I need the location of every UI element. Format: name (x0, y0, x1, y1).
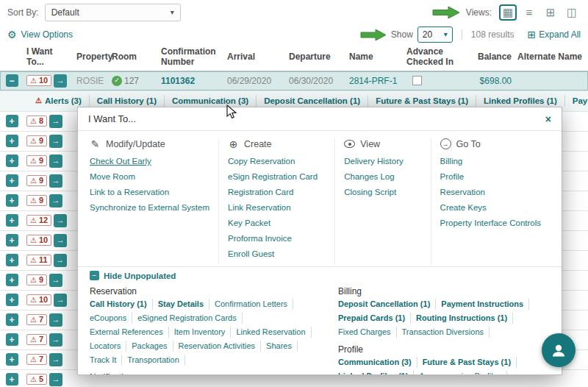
expand-row-button[interactable]: + (6, 294, 18, 306)
sort-by-select[interactable]: Default ▾ (45, 4, 181, 21)
guest-name-link[interactable]: 2814-PRF-1 (349, 76, 397, 86)
detail-link[interactable]: ⚠ Linked Reservation (236, 327, 311, 338)
balance-link[interactable]: $698.00 (480, 76, 512, 86)
detail-tab[interactable]: ⚠ Alerts (3) (28, 95, 90, 107)
expand-row-button[interactable]: + (6, 333, 18, 346)
table-row-expanded[interactable]: − ⚠ 10 → ROSIE ✓ 127 1101362 06/29/2020 … (0, 71, 588, 91)
alerts-badge[interactable]: ⚠ 7 (26, 314, 47, 325)
action-link[interactable]: Changes Log (344, 172, 421, 181)
expand-row-button[interactable]: + (6, 135, 18, 147)
expand-row-button[interactable]: + (6, 254, 18, 266)
detail-link[interactable]: ⚠ Routing Instructions (1) (416, 313, 513, 324)
detail-link[interactable]: ⚠ Prepaid Cards (1) (338, 313, 411, 324)
action-link[interactable]: Proforma Invoice (228, 234, 326, 243)
alerts-badge[interactable]: ⚠ 10 (26, 75, 51, 86)
detail-tab[interactable]: ⚠ Deposit Cancellation (1) (257, 95, 368, 107)
view-options-link[interactable]: View Options (21, 29, 73, 40)
i-want-to-button[interactable]: → (54, 74, 67, 88)
i-want-to-button[interactable]: → (54, 254, 67, 267)
action-link[interactable]: Move Room (90, 172, 209, 181)
alerts-badge[interactable]: ⚠ 7 (26, 354, 47, 365)
action-link[interactable]: Registration Card (228, 188, 326, 196)
detail-link[interactable]: ⚠ eSigned Registration Cards (137, 313, 243, 324)
alerts-badge[interactable]: ⚠ 5 (26, 374, 47, 385)
detail-link[interactable]: ⚠ Transaction Diversions (402, 327, 490, 338)
detail-link[interactable]: ⚠ Communication (3) (338, 357, 417, 368)
view-grid-button[interactable]: ▦ (499, 4, 517, 21)
detail-tab[interactable]: ⚠ Call History (1) (90, 95, 165, 107)
detail-link[interactable]: ⚠ Confirmation Letters (215, 299, 293, 310)
expand-row-button[interactable]: + (6, 194, 18, 207)
detail-link[interactable]: ⚠ eCoupons (90, 313, 132, 324)
detail-link[interactable]: ⚠ Fixed Charges (338, 327, 397, 338)
support-fab-button[interactable] (542, 333, 576, 367)
expand-row-button[interactable]: + (6, 214, 18, 227)
action-link[interactable]: Property Interface Controls (440, 219, 541, 227)
view-list-button[interactable]: ≡ (520, 4, 538, 21)
alerts-badge[interactable]: ⚠ 9 (26, 155, 47, 166)
expand-row-button[interactable]: + (6, 234, 18, 246)
i-want-to-button[interactable]: → (49, 135, 62, 148)
expand-row-button[interactable]: + (6, 353, 18, 366)
action-link[interactable]: Link Reservation (228, 203, 326, 212)
action-link[interactable]: Synchronize to External System (90, 203, 209, 212)
close-button[interactable]: × (545, 114, 551, 124)
detail-link[interactable]: ⚠ Shares (266, 341, 298, 352)
i-want-to-button[interactable]: → (49, 333, 62, 347)
action-link[interactable]: Billing (440, 157, 541, 166)
i-want-to-button[interactable]: → (49, 313, 62, 327)
detail-link[interactable]: ⚠ Future & Past Stays (1) (423, 357, 517, 368)
detail-tab[interactable]: ⚠ Future & Past Stays (1) (368, 95, 476, 107)
i-want-to-button[interactable]: → (49, 115, 62, 128)
i-want-to-button[interactable]: → (49, 274, 62, 287)
action-link[interactable]: Copy Reservation (228, 157, 326, 166)
detail-link[interactable]: ⚠ Linked Profiles (1) (338, 371, 414, 374)
action-link[interactable]: Reservation (440, 188, 541, 196)
column-header[interactable]: I Want To... (24, 46, 74, 68)
detail-link[interactable]: ⚠ Item Inventory (174, 327, 232, 338)
expand-row-button[interactable]: + (6, 155, 18, 167)
column-header[interactable]: Name (346, 52, 404, 62)
detail-link[interactable]: ⚠ Packages (132, 341, 173, 352)
column-header[interactable]: Departure (286, 52, 346, 62)
confirmation-number-link[interactable]: 1101362 (161, 76, 195, 86)
detail-link[interactable]: ⚠ External References (90, 327, 169, 338)
column-header[interactable]: Property (74, 52, 109, 62)
action-link[interactable]: Key Packet (228, 219, 326, 227)
column-header[interactable]: Arrival (224, 52, 286, 62)
i-want-to-button[interactable]: → (54, 214, 67, 227)
alerts-badge[interactable]: ⚠ 9 (26, 135, 47, 146)
expand-row-button[interactable]: + (6, 174, 18, 187)
column-header[interactable]: Alternate Name (514, 52, 588, 62)
detail-link[interactable]: ⚠ Reservation Activities (179, 341, 262, 352)
detail-link[interactable]: ⚠ Track It (90, 355, 122, 366)
hide-unpopulated-link[interactable]: Hide Unpopulated (104, 271, 176, 280)
alerts-badge[interactable]: ⚠ 8 (26, 116, 47, 127)
i-want-to-button[interactable]: → (54, 294, 67, 307)
expand-all-button[interactable]: ⊞ Expand All (528, 29, 581, 40)
alerts-badge[interactable]: ⚠ 9 (26, 274, 47, 285)
action-link[interactable]: Closing Script (344, 188, 421, 196)
action-link[interactable]: Enroll Guest (228, 249, 326, 258)
action-link[interactable]: Link to a Reservation (90, 188, 209, 196)
alerts-badge[interactable]: ⚠ 11 (26, 255, 51, 266)
detail-tab[interactable]: ⚠ Communication (3) (165, 95, 257, 107)
action-link[interactable]: Check Out Early (90, 157, 209, 166)
advance-checked-in-checkbox[interactable] (412, 76, 422, 85)
detail-tab[interactable]: ⚠ Payment Instructions (565, 95, 588, 107)
detail-link[interactable]: ⚠ Transportation (127, 355, 185, 366)
alerts-badge[interactable]: ⚠ 9 (26, 195, 47, 206)
column-header[interactable]: Balance (458, 52, 514, 62)
expand-row-button[interactable]: + (6, 274, 18, 286)
action-link[interactable]: Profile (440, 172, 541, 181)
view-card-button[interactable]: ⊞ (542, 4, 559, 21)
action-link[interactable]: Create Keys (440, 203, 541, 212)
column-header[interactable]: Confirmation Number (158, 46, 224, 68)
column-header[interactable]: Room (109, 52, 158, 62)
action-link[interactable]: eSign Registration Card (228, 172, 326, 181)
alerts-badge[interactable]: ⚠ 10 (26, 294, 51, 305)
i-want-to-button[interactable]: → (49, 194, 62, 207)
alerts-badge[interactable]: ⚠ 12 (26, 215, 51, 226)
detail-link[interactable]: ⚠ Deposit Cancellation (1) (338, 299, 436, 310)
detail-link[interactable]: ⚠ Payment Instructions (441, 299, 529, 310)
